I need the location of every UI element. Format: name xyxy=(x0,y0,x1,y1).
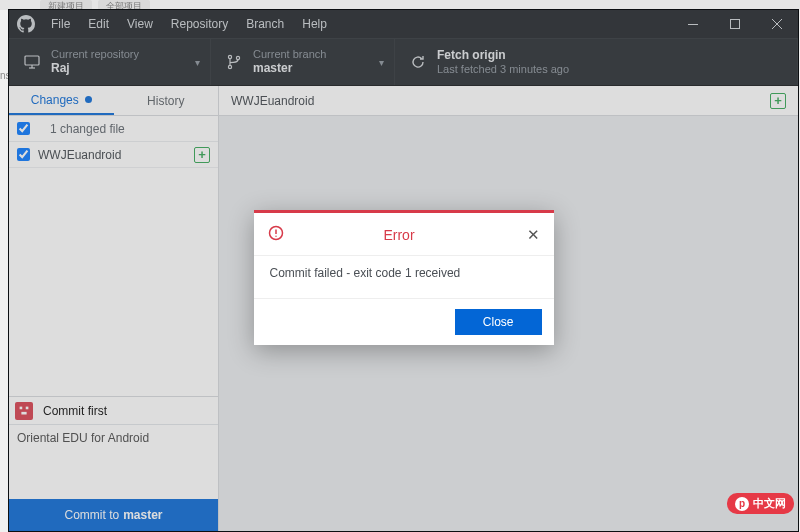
modal-close-icon[interactable]: ✕ xyxy=(527,226,540,244)
watermark-icon: p xyxy=(735,497,749,511)
watermark-badge: p 中文网 xyxy=(727,493,794,514)
error-modal: Error ✕ Commit failed - exit code 1 rece… xyxy=(254,210,554,345)
watermark-text: 中文网 xyxy=(753,496,786,511)
modal-close-button[interactable]: Close xyxy=(455,309,542,335)
app-window: File Edit View Repository Branch Help Cu… xyxy=(8,9,799,532)
modal-title: Error xyxy=(272,227,527,243)
modal-message: Commit failed - exit code 1 received xyxy=(254,255,554,298)
